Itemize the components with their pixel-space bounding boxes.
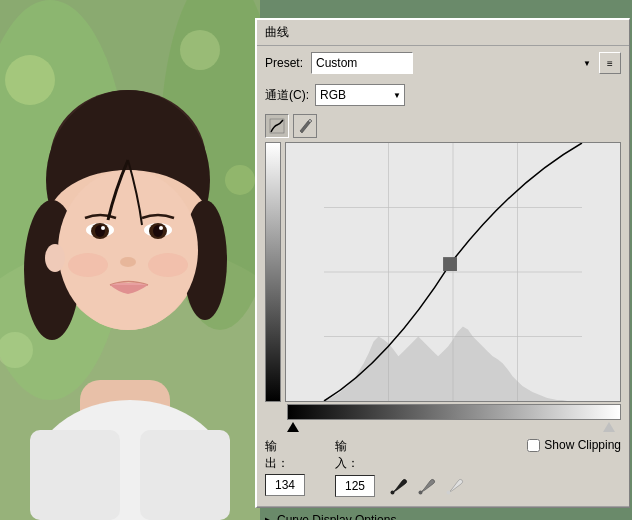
svg-point-25 <box>101 226 105 230</box>
preset-select[interactable]: Custom Default Strong Contrast Linear Me… <box>311 52 413 74</box>
triangle-indicators <box>279 420 623 434</box>
input-controls <box>335 474 467 498</box>
tools-row <box>257 110 629 142</box>
input-label: 输入： <box>335 438 367 472</box>
svg-point-6 <box>225 165 255 195</box>
preset-select-wrapper: Custom Default Strong Contrast Linear Me… <box>311 52 595 74</box>
dialog-title: 曲线 <box>265 24 289 41</box>
pencil-tool-button[interactable] <box>293 114 317 138</box>
black-eyedropper-button[interactable] <box>387 474 411 498</box>
svg-point-18 <box>58 170 198 330</box>
output-label: 输出： <box>265 438 297 472</box>
portrait-svg <box>0 0 260 520</box>
expand-icon: ▶ <box>265 515 273 521</box>
white-point-triangle[interactable] <box>603 422 615 432</box>
channel-select-wrapper: RGB Red Green Blue <box>315 84 405 106</box>
gray-eyedropper-icon <box>417 476 437 496</box>
pencil-tool-icon <box>297 118 313 134</box>
channel-label: 通道(C): <box>265 87 309 104</box>
output-value-input[interactable] <box>265 474 305 496</box>
curve-control-point[interactable] <box>443 257 457 271</box>
show-clipping-section: Show Clipping <box>527 438 621 452</box>
curve-svg <box>286 143 620 401</box>
white-eyedropper-button[interactable] <box>443 474 467 498</box>
curve-tool-button[interactable] <box>265 114 289 138</box>
input-gradient-strip <box>287 404 621 420</box>
black-eyedropper-icon <box>389 476 409 496</box>
black-point-triangle[interactable] <box>287 422 299 432</box>
dialog-title-bar: 曲线 <box>257 20 629 46</box>
svg-point-26 <box>159 226 163 230</box>
svg-point-29 <box>148 253 188 277</box>
output-gradient-strip <box>265 142 281 402</box>
channel-row: 通道(C): RGB Red Green Blue <box>257 80 629 110</box>
input-section: 输入： <box>335 438 467 498</box>
curve-display-options-label: Curve Display Options <box>277 513 396 520</box>
curve-display-options-row[interactable]: ▶ Curve Display Options <box>257 506 629 520</box>
panel-content: Preset: Custom Default Strong Contrast L… <box>257 46 629 520</box>
white-eyedropper-icon <box>445 476 465 496</box>
svg-point-30 <box>45 244 65 272</box>
svg-rect-11 <box>140 430 230 520</box>
svg-point-5 <box>180 30 220 70</box>
curve-canvas[interactable] <box>285 142 621 402</box>
svg-point-4 <box>5 55 55 105</box>
gray-eyedropper-button[interactable] <box>415 474 439 498</box>
preset-label: Preset: <box>265 56 303 70</box>
show-clipping-checkbox[interactable] <box>527 439 540 452</box>
photo-background <box>0 0 260 520</box>
channel-select[interactable]: RGB Red Green Blue <box>315 84 405 106</box>
output-section: 输出： <box>265 438 305 496</box>
curves-dialog: 曲线 Preset: Custom Default Strong Contras… <box>255 18 630 508</box>
curve-tool-icon <box>269 118 285 134</box>
svg-rect-10 <box>30 430 120 520</box>
svg-point-40 <box>447 491 451 495</box>
curve-section <box>257 142 629 402</box>
input-gradient-section <box>287 404 621 420</box>
preset-row: Preset: Custom Default Strong Contrast L… <box>257 46 629 80</box>
input-value-input[interactable] <box>335 475 375 497</box>
eyedropper-buttons <box>387 474 467 498</box>
svg-point-27 <box>120 257 136 267</box>
svg-point-28 <box>68 253 108 277</box>
show-clipping-label: Show Clipping <box>544 438 621 452</box>
preset-menu-button[interactable]: ≡ <box>599 52 621 74</box>
values-section: 输出： 输入： <box>257 434 629 502</box>
svg-point-39 <box>419 491 423 495</box>
svg-point-38 <box>391 491 395 495</box>
